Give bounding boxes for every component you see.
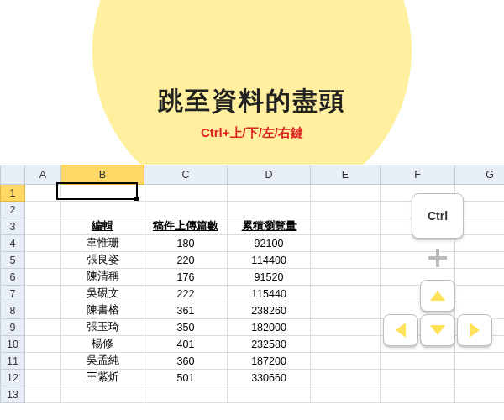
row-header[interactable]: 13 — [1, 386, 25, 403]
cell[interactable] — [25, 370, 61, 386]
cell[interactable] — [144, 386, 228, 403]
cell[interactable] — [311, 185, 381, 202]
col-header-G[interactable]: G — [455, 165, 505, 185]
cell[interactable] — [25, 202, 61, 218]
cell[interactable] — [61, 386, 144, 403]
cell[interactable]: 陳清稱 — [61, 269, 144, 286]
row-header[interactable]: 4 — [1, 235, 25, 252]
row-header[interactable]: 12 — [1, 370, 25, 386]
cell[interactable] — [311, 302, 381, 319]
cell[interactable]: 稿件上傳篇數 — [144, 218, 228, 235]
cell[interactable] — [311, 286, 381, 302]
cell[interactable]: 陳書榕 — [61, 302, 144, 319]
cell[interactable] — [311, 319, 381, 336]
cell[interactable]: 220 — [144, 252, 228, 269]
cell[interactable]: 176 — [144, 269, 228, 286]
col-header-C[interactable]: C — [144, 165, 228, 185]
row-header[interactable]: 6 — [1, 269, 25, 286]
col-header-A[interactable]: A — [25, 165, 61, 185]
row-header[interactable]: 1 — [1, 185, 25, 202]
cell[interactable] — [311, 336, 381, 353]
cell[interactable] — [25, 386, 61, 403]
corner-cell[interactable] — [1, 165, 25, 185]
cell[interactable]: 吳硯文 — [61, 286, 144, 302]
arrow-up-key — [420, 280, 455, 312]
row-header[interactable]: 5 — [1, 252, 25, 269]
cell[interactable]: 張良姿 — [61, 252, 144, 269]
cell[interactable] — [455, 269, 505, 286]
cell[interactable]: 吳孟純 — [61, 353, 144, 370]
col-header-D[interactable]: D — [228, 165, 311, 185]
cell[interactable]: 232580 — [228, 336, 311, 353]
cell[interactable]: 330660 — [228, 370, 311, 386]
cell[interactable] — [455, 370, 505, 386]
cell[interactable] — [455, 235, 505, 252]
cell[interactable]: 114400 — [228, 252, 311, 269]
cell[interactable]: 238260 — [228, 302, 311, 319]
cell[interactable] — [61, 185, 144, 202]
cell[interactable] — [455, 252, 505, 269]
cell[interactable] — [25, 185, 61, 202]
cell[interactable] — [311, 235, 381, 252]
cell[interactable] — [311, 202, 381, 218]
row-header[interactable]: 7 — [1, 286, 25, 302]
cell[interactable]: 累積瀏覽量 — [228, 218, 311, 235]
cell[interactable] — [25, 353, 61, 370]
cell[interactable] — [381, 370, 455, 386]
cell[interactable]: 115440 — [228, 286, 311, 302]
cell[interactable]: 222 — [144, 286, 228, 302]
cell[interactable]: 張玉琦 — [61, 319, 144, 336]
cell[interactable] — [144, 185, 228, 202]
cell[interactable] — [381, 386, 455, 403]
cell[interactable]: 韋惟珊 — [61, 235, 144, 252]
cell[interactable] — [311, 218, 381, 235]
cell[interactable]: 180 — [144, 235, 228, 252]
cell[interactable]: 王紫炘 — [61, 370, 144, 386]
cell[interactable]: 楊修 — [61, 336, 144, 353]
cell[interactable] — [25, 235, 61, 252]
cell[interactable] — [381, 353, 455, 370]
cell[interactable] — [25, 252, 61, 269]
cell[interactable] — [228, 202, 311, 218]
cell[interactable]: 91520 — [228, 269, 311, 286]
arrow-right-icon — [470, 323, 480, 338]
row-header[interactable]: 2 — [1, 202, 25, 218]
row-header[interactable]: 8 — [1, 302, 25, 319]
cell[interactable] — [25, 302, 61, 319]
cell[interactable] — [455, 353, 505, 370]
cell[interactable]: 編輯 — [61, 218, 144, 235]
cell[interactable] — [455, 386, 505, 403]
cell[interactable]: 350 — [144, 319, 228, 336]
cell[interactable]: 401 — [144, 336, 228, 353]
cell[interactable] — [61, 202, 144, 218]
col-header-F[interactable]: F — [381, 165, 455, 185]
cell[interactable]: 501 — [144, 370, 228, 386]
cell[interactable] — [25, 336, 61, 353]
cell[interactable]: 360 — [144, 353, 228, 370]
cell[interactable] — [311, 370, 381, 386]
cell[interactable] — [311, 269, 381, 286]
cell[interactable] — [25, 218, 61, 235]
cell[interactable]: 187200 — [228, 353, 311, 370]
cell[interactable] — [455, 286, 505, 302]
cell[interactable]: 361 — [144, 302, 228, 319]
ctrl-key: Ctrl — [412, 193, 464, 239]
cell[interactable] — [311, 252, 381, 269]
row-header[interactable]: 9 — [1, 319, 25, 336]
col-header-B[interactable]: B — [61, 165, 144, 185]
row-header[interactable]: 10 — [1, 336, 25, 353]
cell[interactable] — [25, 269, 61, 286]
cell[interactable] — [144, 202, 228, 218]
cell[interactable] — [228, 185, 311, 202]
cell[interactable]: 92100 — [228, 235, 311, 252]
row-header[interactable]: 3 — [1, 218, 25, 235]
cell[interactable] — [311, 353, 381, 370]
col-header-E[interactable]: E — [311, 165, 381, 185]
cell[interactable] — [25, 286, 61, 302]
cell[interactable] — [228, 386, 311, 403]
cell[interactable]: 182000 — [228, 319, 311, 336]
row-header[interactable]: 11 — [1, 353, 25, 370]
cell[interactable] — [311, 386, 381, 403]
arrow-left-key — [383, 314, 418, 346]
cell[interactable] — [25, 319, 61, 336]
